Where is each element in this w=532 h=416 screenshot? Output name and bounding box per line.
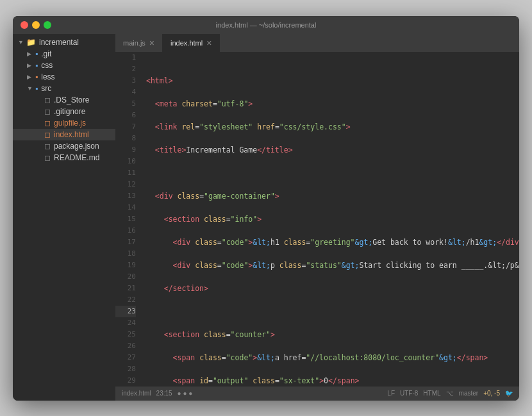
line-7: <div class="game-container"> xyxy=(146,190,519,202)
main-window: index.html — ~/solo/incremental ▼ 📁 incr… xyxy=(13,16,519,401)
status-left: index.html 23:15 ● ● ● xyxy=(122,390,192,397)
gulpfile-icon: ◻ xyxy=(44,119,51,128)
sidebar-item-gulpfile[interactable]: ◻ gulpfile.js xyxy=(13,117,115,129)
root-label: incremental xyxy=(39,38,79,47)
line-11: </section> xyxy=(146,283,519,294)
status-right: LF UTF-8 HTML ⌥ master +0, -5 🐦 xyxy=(387,390,513,397)
git-changes: +0, -5 xyxy=(483,390,500,397)
traffic-lights xyxy=(21,21,51,29)
titlebar: index.html — ~/solo/incremental xyxy=(13,16,519,34)
line-1 xyxy=(146,52,519,63)
sidebar-item-readme[interactable]: ◻ README.md xyxy=(13,152,115,163)
src-folder-icon: ▪ xyxy=(35,84,38,93)
tab-main-js-close[interactable]: × xyxy=(149,38,154,47)
gitignore-icon: ◻ xyxy=(44,107,51,116)
status-position: 23:15 xyxy=(156,390,172,397)
sidebar-root[interactable]: ▼ 📁 incremental xyxy=(13,37,115,48)
status-filename: index.html xyxy=(122,390,151,397)
line-numbers: 1 2 3 4 5 6 7 8 9 10 11 12 13 14 15 16 1 xyxy=(115,52,141,387)
css-arrow: ▶ xyxy=(27,62,33,69)
git-folder-icon: ▪ xyxy=(35,49,38,58)
sidebar-item-ds-store[interactable]: ◻ .DS_Store xyxy=(13,94,115,106)
status-charset: UTF-8 xyxy=(400,390,418,397)
git-branch: master xyxy=(459,390,479,397)
tab-main-js[interactable]: main.js × xyxy=(115,34,163,52)
line-5: <title>Incremental Game</title> xyxy=(146,144,519,156)
index-html-icon: ◻ xyxy=(44,130,51,139)
line-8: <section class="info"> xyxy=(146,213,519,225)
tab-main-js-label: main.js xyxy=(123,39,145,47)
src-label: src xyxy=(41,84,51,93)
line-3: <meta charset="utf-8"> xyxy=(146,98,519,110)
status-lf: LF xyxy=(387,390,395,397)
twitter-icon: 🐦 xyxy=(505,390,513,397)
line-12 xyxy=(146,306,519,317)
sidebar-item-less[interactable]: ▶ ▪ less xyxy=(13,71,115,83)
line-13: <section class="counter"> xyxy=(146,329,519,340)
line-4: <link rel="stylesheet" href="css/style.c… xyxy=(146,121,519,133)
tab-index-html-label: index.html xyxy=(170,39,203,47)
window-title: index.html — ~/solo/incremental xyxy=(216,21,317,29)
css-folder-icon: ▪ xyxy=(35,61,38,70)
git-label: .git xyxy=(41,49,51,58)
git-branch-icon: ⌥ xyxy=(446,390,454,397)
index-html-label: index.html xyxy=(54,130,89,139)
sidebar-item-src[interactable]: ▼ ▪ src xyxy=(13,83,115,94)
css-label: css xyxy=(41,61,53,70)
sidebar: ▼ 📁 incremental ▶ ▪ .git ▶ ▪ css ▶ ▪ les… xyxy=(13,34,115,401)
status-dots: ● ● ● xyxy=(178,390,193,397)
line-2: <html> xyxy=(146,75,519,87)
tab-index-html-close[interactable]: × xyxy=(206,38,212,47)
less-folder-icon: ▪ xyxy=(35,72,38,81)
line-15: <span id="output" class="sx-text">0</spa… xyxy=(146,375,519,387)
readme-icon: ◻ xyxy=(44,153,51,162)
package-json-label: package.json xyxy=(54,142,99,151)
line-14: <span class="code">&lt;a href="//localho… xyxy=(146,352,519,363)
status-type: HTML xyxy=(423,390,440,397)
sidebar-item-gitignore[interactable]: ◻ .gitignore xyxy=(13,106,115,117)
root-folder-icon: 📁 xyxy=(26,38,36,47)
root-arrow: ▼ xyxy=(18,39,24,46)
sidebar-item-package-json[interactable]: ◻ package.json xyxy=(13,140,115,152)
status-bar: index.html 23:15 ● ● ● LF UTF-8 HTML ⌥ m… xyxy=(115,387,519,401)
minimize-button[interactable] xyxy=(32,21,40,29)
editor-area: main.js × index.html × 1 2 3 4 5 6 7 xyxy=(115,34,519,401)
less-label: less xyxy=(41,72,54,81)
line-6 xyxy=(146,167,519,179)
sidebar-item-index-html[interactable]: ◻ index.html xyxy=(13,129,115,140)
line-10: <div class="code">&lt;p class="status"&g… xyxy=(146,260,519,271)
line-9: <div class="code">&lt;h1 class="greeting… xyxy=(146,237,519,248)
tab-index-html[interactable]: index.html × xyxy=(163,34,220,52)
ds-store-label: .DS_Store xyxy=(54,96,89,104)
readme-label: README.md xyxy=(54,153,99,162)
gitignore-label: .gitignore xyxy=(54,107,85,116)
gulpfile-label: gulpfile.js xyxy=(54,119,86,128)
maximize-button[interactable] xyxy=(44,21,51,29)
sidebar-item-git[interactable]: ▶ ▪ .git xyxy=(13,48,115,60)
less-arrow: ▶ xyxy=(27,74,33,80)
close-button[interactable] xyxy=(21,21,28,29)
code-content[interactable]: <html> <meta charset="utf-8"> <link rel=… xyxy=(141,52,519,387)
tab-bar: main.js × index.html × xyxy=(115,34,519,52)
sidebar-item-css[interactable]: ▶ ▪ css xyxy=(13,60,115,71)
code-editor[interactable]: 1 2 3 4 5 6 7 8 9 10 11 12 13 14 15 16 1 xyxy=(115,52,519,387)
src-arrow: ▼ xyxy=(27,85,33,92)
main-content: ▼ 📁 incremental ▶ ▪ .git ▶ ▪ css ▶ ▪ les… xyxy=(13,34,519,401)
git-arrow: ▶ xyxy=(27,51,33,57)
package-json-icon: ◻ xyxy=(44,142,51,151)
ds-store-icon: ◻ xyxy=(44,96,51,104)
